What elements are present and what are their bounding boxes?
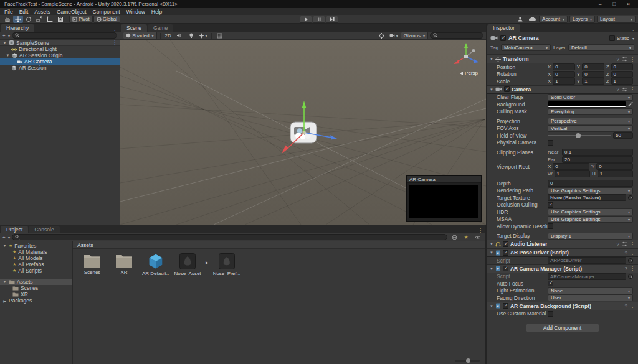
- position-y-field[interactable]: 0: [582, 63, 604, 70]
- preset-icon[interactable]: [622, 241, 627, 246]
- rect-tool-icon[interactable]: [45, 16, 55, 23]
- preset-icon[interactable]: [622, 57, 627, 62]
- effects-dropdown-icon[interactable]: ▾: [198, 32, 208, 39]
- msaa-dropdown[interactable]: Use Graphics Settings▾: [548, 216, 633, 223]
- help-icon[interactable]: ?: [625, 303, 627, 309]
- rotate-tool-icon[interactable]: [24, 16, 34, 23]
- tab-game[interactable]: Game: [148, 24, 173, 32]
- kebab-menu-icon[interactable]: ⋮: [630, 303, 635, 309]
- eyedropper-icon[interactable]: [628, 101, 633, 107]
- add-dropdown[interactable]: + ▾: [2, 33, 10, 39]
- component-header-audio-listener[interactable]: ▼ Audio Listener ?⋮: [487, 240, 638, 248]
- viewport-y-field[interactable]: 0: [596, 163, 633, 170]
- menu-file[interactable]: File: [1, 9, 16, 15]
- rotation-x-field[interactable]: 0: [553, 71, 574, 78]
- kebab-menu-icon[interactable]: ⋮: [475, 228, 485, 233]
- menu-help[interactable]: Help: [148, 9, 165, 15]
- component-header-transform[interactable]: ▼ Transform ?⋮: [487, 55, 638, 63]
- tree-item-all-models[interactable]: ★All Models: [0, 255, 72, 261]
- kebab-menu-icon[interactable]: ⋮: [630, 57, 635, 62]
- foldout-open-icon[interactable]: ▼: [490, 304, 493, 308]
- menu-window[interactable]: Window: [123, 9, 148, 15]
- orientation-gizmo[interactable]: [451, 41, 481, 70]
- project-search-input[interactable]: [21, 235, 444, 240]
- shading-mode-dropdown[interactable]: Shaded ▾: [123, 32, 157, 39]
- help-icon[interactable]: ?: [625, 250, 627, 256]
- tag-dropdown[interactable]: MainCamera▾: [501, 44, 551, 51]
- scale-z-field[interactable]: 1: [611, 78, 633, 85]
- viewport-w-field[interactable]: 1: [555, 170, 590, 177]
- kebab-menu-icon[interactable]: ⋮: [630, 250, 635, 256]
- tree-item-all-scripts[interactable]: ★All Scripts: [0, 268, 72, 274]
- kebab-menu-icon[interactable]: ⋮: [110, 26, 120, 32]
- kebab-menu-icon[interactable]: ⋮: [628, 26, 638, 32]
- tab-hierarchy[interactable]: Hierarchy: [1, 24, 34, 32]
- help-icon[interactable]: ?: [617, 86, 619, 92]
- component-enabled-checkbox[interactable]: [503, 266, 508, 271]
- maximize-icon[interactable]: □: [612, 1, 616, 7]
- depth-field[interactable]: 0: [548, 180, 633, 187]
- light-estimation-dropdown[interactable]: None▾: [548, 287, 633, 294]
- foldout-open-icon[interactable]: ▼: [490, 88, 493, 91]
- scene-camera-dropdown-icon[interactable]: ▾: [389, 32, 399, 39]
- kebab-menu-icon[interactable]: ⋮: [630, 86, 635, 92]
- menu-gameobject[interactable]: GameObject: [54, 9, 90, 15]
- menu-edit[interactable]: Edit: [16, 9, 32, 15]
- tree-item-assets[interactable]: ▼ Assets: [0, 279, 72, 285]
- foldout-open-icon[interactable]: ▼: [2, 41, 7, 45]
- scale-y-field[interactable]: 1: [582, 78, 604, 85]
- rendering-path-dropdown[interactable]: Use Graphics Settings▾: [548, 187, 633, 194]
- hierarchy-search-input[interactable]: [21, 33, 114, 39]
- help-icon[interactable]: ?: [617, 57, 619, 62]
- allow-dynamic-resolution-checkbox[interactable]: [548, 223, 553, 229]
- lighting-toggle-icon[interactable]: [186, 32, 196, 39]
- minimize-icon[interactable]: –: [599, 1, 601, 7]
- gizmos-dropdown[interactable]: Gizmos▾: [401, 32, 428, 39]
- grid-visibility-icon[interactable]: [215, 32, 225, 39]
- position-z-field[interactable]: 0: [611, 63, 633, 70]
- menu-component[interactable]: Component: [90, 9, 123, 15]
- close-icon[interactable]: ×: [627, 1, 630, 7]
- target-display-dropdown[interactable]: Display 1▾: [548, 233, 633, 240]
- hierarchy-item-ar-session-origin[interactable]: ▼ AR Session Origin: [0, 52, 120, 58]
- audio-toggle-icon[interactable]: [174, 32, 184, 39]
- menu-assets[interactable]: Assets: [31, 9, 54, 15]
- foldout-closed-icon[interactable]: ▶: [2, 299, 7, 303]
- project-search[interactable]: [12, 234, 447, 240]
- field-of-view-value[interactable]: 60: [613, 132, 633, 139]
- tree-item-packages[interactable]: ▶ Packages: [0, 297, 72, 304]
- foldout-open-icon[interactable]: ▼: [490, 251, 493, 254]
- search-by-type-icon[interactable]: [449, 233, 459, 241]
- tree-item-all-prefabs[interactable]: ★All Prefabs: [0, 261, 72, 268]
- foldout-open-icon[interactable]: ▼: [2, 244, 7, 248]
- viewport-x-field[interactable]: 0: [553, 163, 589, 170]
- viewport-h-field[interactable]: 1: [598, 170, 633, 177]
- tree-item-all-materials[interactable]: ★All Materials: [0, 249, 72, 255]
- component-header-ar-pose-driver[interactable]: ▼ # AR Pose Driver (Script) ?⋮: [487, 248, 638, 257]
- hidden-packages-icon[interactable]: [473, 233, 483, 241]
- favorite-star-icon[interactable]: ★: [461, 233, 471, 241]
- 2d-toggle[interactable]: 2D: [164, 32, 173, 39]
- snap-settings-icon[interactable]: [377, 32, 387, 39]
- slider-knob[interactable]: [576, 133, 581, 138]
- collab-icon[interactable]: [515, 16, 525, 23]
- projection-dropdown[interactable]: Perspective▾: [548, 118, 633, 124]
- far-clip-field[interactable]: 20: [562, 156, 633, 163]
- layers-dropdown[interactable]: Layers▾: [569, 16, 595, 23]
- fov-axis-dropdown[interactable]: Vertical▾: [548, 125, 633, 132]
- thumbnail-zoom-slider[interactable]: [455, 360, 480, 362]
- foldout-open-icon[interactable]: ▼: [490, 57, 493, 61]
- chevron-down-icon[interactable]: ▾: [632, 36, 634, 40]
- scale-tool-icon[interactable]: [34, 16, 44, 23]
- foldout-open-icon[interactable]: ▼: [490, 267, 493, 271]
- kebab-menu-icon[interactable]: ⋮: [630, 266, 635, 271]
- asset-item-xr[interactable]: XR: [110, 253, 138, 275]
- move-tool-icon[interactable]: [13, 16, 23, 23]
- component-enabled-checkbox[interactable]: [503, 250, 508, 256]
- rotation-y-field[interactable]: 0: [582, 71, 604, 78]
- cloud-icon[interactable]: [527, 16, 537, 23]
- hierarchy-item-ar-session[interactable]: AR Session: [0, 65, 120, 71]
- tab-inspector[interactable]: Inspector: [487, 24, 520, 32]
- layout-dropdown[interactable]: Layout▾: [597, 16, 636, 23]
- clear-flags-dropdown[interactable]: Solid Color▾: [548, 94, 633, 101]
